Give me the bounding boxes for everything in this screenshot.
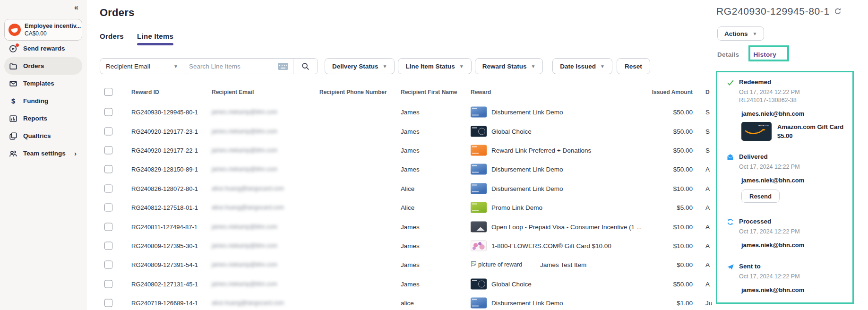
row-checkbox[interactable] [104,184,112,192]
date-issued-clipped: A [705,280,710,287]
filter-date-issued[interactable]: Date Issued▼ [552,58,612,74]
recipient-first-name: James [401,146,420,154]
history-email: james.niek@bhn.com [741,241,804,249]
actions-label: Actions [724,30,748,37]
sidebar-item-label: Team settings [23,150,66,157]
issued-amount: $10.00 [630,223,693,230]
issued-amount: $50.00 [630,166,693,173]
col-issued-amount: Issued Amount [630,89,693,95]
row-checkbox[interactable] [104,165,112,173]
search-button[interactable] [293,59,318,74]
actions-button[interactable]: Actions ▼ [717,26,764,41]
reward-cell: picture of rewardJames Test Item [471,261,586,268]
recipient-email-redacted: james.niekamp@bhn.com [212,224,277,230]
row-checkbox[interactable] [104,241,112,250]
date-issued-clipped: A [705,204,710,211]
sidebar-item-send-rewards[interactable]: Send rewards [4,40,82,57]
order-id-title: RG240930-129945-80-1 [716,6,830,17]
history-timestamp: Oct 17, 2024 12:22 PM [739,273,804,280]
filter-reward-status[interactable]: Reward Status▼ [475,58,543,74]
row-checkbox[interactable] [104,280,112,288]
filter-bar: Recipient Email ▼ Delivery Status▼Line I… [100,58,650,74]
account-switcher[interactable]: Employee incentiv... CA$0.00 [4,19,82,41]
reward-thumbnail [471,298,487,309]
recipient-email-redacted: james.niekamp@bhn.com [212,166,277,172]
select-all-checkbox[interactable] [104,88,112,96]
sidebar-item-funding[interactable]: $Funding [4,92,82,110]
chevron-down-icon: ▼ [173,64,178,69]
search-group: Recipient Email ▼ [100,58,318,74]
history-item-sent-to: Sent toOct 17, 2024 12:22 PMjames.niek@b… [727,263,848,293]
search-input-wrap [184,59,293,74]
envelope-icon [9,79,17,88]
sidebar: « Employee incentiv... CA$0.00 Send rewa… [0,0,86,310]
row-checkbox[interactable] [104,146,112,154]
reward-id: RG240719-126689-14-1 [131,300,198,307]
reward-name: Reward Link Preferred + Donations [491,146,591,154]
amazon-smile-icon [745,129,765,138]
resend-button[interactable]: Resend [741,189,780,203]
reward-name: Disbursement Link Demo [491,166,563,173]
refresh-icon[interactable] [834,8,842,15]
search-input[interactable] [189,63,274,70]
history-email: james.niek@bhn.com [741,110,843,117]
row-checkbox[interactable] [104,261,112,269]
reward-name: 1-800-FLOWERS.COM® Gift Card $10.00 [491,242,611,249]
reward-thumbnail [471,126,487,137]
filter-delivery-status[interactable]: Delivery Status▼ [325,58,395,74]
broken-image-icon [471,261,477,268]
history-timestamp: Oct 17, 2024 12:22 PM [739,164,804,170]
sidebar-item-team-settings[interactable]: Team settings› [4,145,82,162]
filter-label: Reward Status [482,63,527,70]
col-recipient-phone: Recipient Phone Number [319,89,387,95]
tab-orders[interactable]: Orders [100,32,124,45]
redeemed-reward-amount: $5.00 [777,132,843,139]
date-issued-clipped: S [705,146,710,154]
chevron-down-icon: ▼ [531,64,535,69]
date-issued-clipped: S [705,128,710,135]
chevron-down-icon: ▼ [383,64,387,69]
history-timestamp: Oct 17, 2024 12:22 PM [739,89,843,95]
send-rewards-icon [9,44,17,53]
tab-line-items[interactable]: Line Items [137,32,173,45]
reward-id: RG240920-129177-23-1 [131,128,198,135]
reward-id: RG240826-128072-80-1 [131,185,198,192]
reward-cell: Disbursement Link Demo [471,107,563,118]
recipient-first-name: Alice [401,185,414,192]
sidebar-item-templates[interactable]: Templates [4,75,82,92]
sidebar-item-orders[interactable]: Orders [4,57,82,75]
reward-thumbnail [471,240,487,251]
sidebar-item-label: Qualtrics [23,132,51,139]
history-item-redeemed: RedeemedOct 17, 2024 12:22 PMRL241017-13… [727,78,848,141]
search-category-select[interactable]: Recipient Email ▼ [100,59,184,74]
reward-thumbnail [471,183,487,194]
tab-history[interactable]: History [753,51,776,58]
reward-cell: 1-800-FLOWERS.COM® Gift Card $10.00 [471,240,611,251]
row-checkbox[interactable] [104,127,112,135]
sidebar-item-reports[interactable]: Reports [4,110,82,127]
history-item-body: Sent toOct 17, 2024 12:22 PMjames.niek@b… [739,263,804,293]
row-checkbox[interactable] [104,204,112,212]
redeemed-reward: amazonAmazon.com Gift Card$5.00 [741,122,843,141]
reset-filters-button[interactable]: Reset [617,58,650,74]
filter-line-item-status[interactable]: Line Item Status▼ [398,58,471,74]
tab-details[interactable]: Details [717,51,739,58]
recipient-first-name: James [401,280,420,287]
reward-thumbnail [471,164,487,175]
collapse-sidebar-icon[interactable]: « [74,3,78,12]
reward-id: RG240930-129945-80-1 [131,109,198,116]
row-checkbox[interactable] [104,299,112,307]
history-item-processed: ProcessedOct 17, 2024 12:22 PMjames.niek… [727,218,848,249]
row-checkbox[interactable] [104,223,112,231]
recipient-first-name: alice [401,300,414,307]
row-checkbox[interactable] [104,108,112,116]
issued-amount: $1.00 [630,300,693,307]
recipient-email-redacted: james.niekamp@bhn.com [212,261,277,268]
keyboard-icon[interactable] [278,63,288,70]
recipient-first-name: James [401,223,420,230]
filter-label: Line Item Status [405,63,455,70]
account-name: Employee incentiv... [25,23,81,29]
reward-id: RG240802-127131-45-1 [131,280,198,287]
issued-amount: $0.00 [630,261,693,268]
sidebar-item-qualtrics[interactable]: Qualtrics [4,127,82,145]
